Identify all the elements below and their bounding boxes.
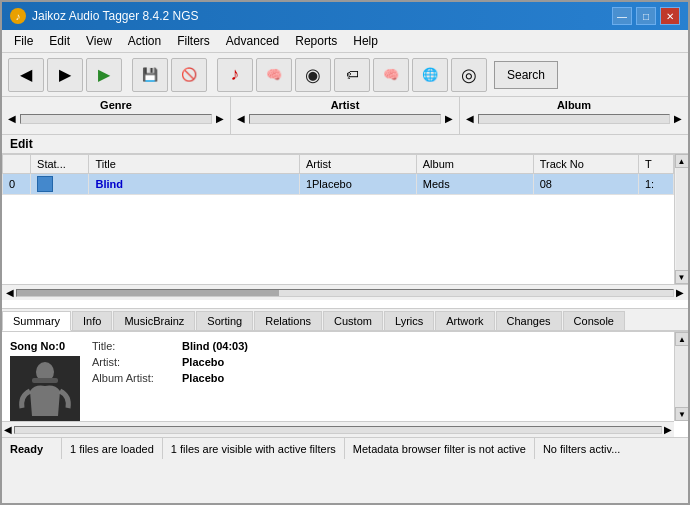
album-scroll-right[interactable]: ▶ xyxy=(672,113,684,124)
tab-console[interactable]: Console xyxy=(563,311,625,330)
album-filter: Album ◀ ▶ xyxy=(460,97,688,134)
brain2-button[interactable]: 🧠 xyxy=(373,58,409,92)
vscroll-up-btn[interactable]: ▲ xyxy=(675,154,689,168)
status-floppy-icon xyxy=(37,176,53,192)
status-msg1: 1 files are loaded xyxy=(62,438,163,459)
tab-content-hscrollbar: ◀ ▶ xyxy=(2,421,674,437)
tab-artwork[interactable]: Artwork xyxy=(435,311,494,330)
artist-scroll-left[interactable]: ◀ xyxy=(235,113,247,124)
tab-summary[interactable]: Summary xyxy=(2,311,71,331)
menu-action[interactable]: Action xyxy=(120,32,169,50)
col-artist[interactable]: Artist xyxy=(299,155,416,174)
menu-filters[interactable]: Filters xyxy=(169,32,218,50)
tab-hscroll-track[interactable] xyxy=(14,426,662,434)
artist-label: Artist: xyxy=(92,356,182,368)
tab-hscroll-right[interactable]: ▶ xyxy=(662,424,674,435)
cell-trackno: 08 xyxy=(533,174,638,195)
artist-scroll-right[interactable]: ▶ xyxy=(443,113,455,124)
tab-hscroll-left[interactable]: ◀ xyxy=(2,424,14,435)
tab-info[interactable]: Info xyxy=(72,311,112,330)
save-button[interactable]: 💾 xyxy=(132,58,168,92)
minimize-button[interactable]: — xyxy=(612,7,632,25)
status-bar: Ready 1 files are loaded 1 files are vis… xyxy=(2,437,688,459)
tab-content: Song No:0 xyxy=(2,332,688,437)
title-bar: ♪ Jaikoz Audio Tagger 8.4.2 NGS — □ ✕ xyxy=(2,2,688,30)
meta-albumartist-row: Album Artist: Placebo xyxy=(92,372,668,384)
tab-lyrics[interactable]: Lyrics xyxy=(384,311,434,330)
vscroll-track[interactable] xyxy=(676,168,688,270)
brain-button[interactable]: 🧠 xyxy=(256,58,292,92)
title-value: Blind (04:03) xyxy=(182,340,248,352)
cell-album: Meds xyxy=(416,174,533,195)
vscroll-down-btn[interactable]: ▼ xyxy=(675,270,689,284)
tab-vscroll-track[interactable] xyxy=(675,346,688,407)
col-title[interactable]: Title xyxy=(89,155,299,174)
col-extra[interactable]: T xyxy=(638,155,673,174)
tab-relations[interactable]: Relations xyxy=(254,311,322,330)
col-index[interactable] xyxy=(3,155,31,174)
tab-panel: Summary Info MusicBrainz Sorting Relatio… xyxy=(2,309,688,332)
artwork-svg xyxy=(10,356,80,431)
table-inner: Stat... Title Artist Album Track No T 0 xyxy=(2,154,674,284)
tab-changes[interactable]: Changes xyxy=(496,311,562,330)
back-button[interactable]: ◀ xyxy=(8,58,44,92)
col-trackno[interactable]: Track No xyxy=(533,155,638,174)
disc-button[interactable]: ◉ xyxy=(295,58,331,92)
col-status[interactable]: Stat... xyxy=(31,155,89,174)
album-label: Album xyxy=(557,99,591,111)
cell-status xyxy=(31,174,89,195)
cell-artist: 1Placebo xyxy=(299,174,416,195)
table-hscrollbar: ◀ ▶ xyxy=(2,284,688,300)
close-button[interactable]: ✕ xyxy=(660,7,680,25)
album-art-figure xyxy=(10,356,80,431)
col-album[interactable]: Album xyxy=(416,155,533,174)
table-row[interactable]: 0 Blind 1Placebo Meds 08 1: xyxy=(3,174,674,195)
track-table-area: Stat... Title Artist Album Track No T 0 xyxy=(2,154,688,309)
tab-sorting[interactable]: Sorting xyxy=(196,311,253,330)
tab-row: Summary Info MusicBrainz Sorting Relatio… xyxy=(2,309,688,331)
menu-reports[interactable]: Reports xyxy=(287,32,345,50)
tag-button[interactable]: 🏷 xyxy=(334,58,370,92)
tab-vscroll-down[interactable]: ▼ xyxy=(675,407,688,421)
genre-scroll-left[interactable]: ◀ xyxy=(6,113,18,124)
hscroll-left-btn[interactable]: ◀ xyxy=(4,287,16,298)
menu-file[interactable]: File xyxy=(6,32,41,50)
title-label: Title: xyxy=(92,340,182,352)
status-msg3: Metadata browser filter is not active xyxy=(345,438,535,459)
cell-extra: 1: xyxy=(638,174,673,195)
tab-custom[interactable]: Custom xyxy=(323,311,383,330)
album-artist-value: Placebo xyxy=(182,372,224,384)
genre-scroll-right[interactable]: ▶ xyxy=(214,113,226,124)
artist-scroll-track[interactable] xyxy=(249,114,441,124)
filter-bar: Genre ◀ ▶ Artist ◀ ▶ Album ◀ ▶ xyxy=(2,97,688,135)
cancel-button[interactable]: 🚫 xyxy=(171,58,207,92)
meta-artist-row: Artist: Placebo xyxy=(92,356,668,368)
genre-scroll-track[interactable] xyxy=(20,114,212,124)
app-icon: ♪ xyxy=(10,8,26,24)
forward-button[interactable]: ▶ xyxy=(47,58,83,92)
hscroll-thumb xyxy=(17,290,279,296)
menu-edit[interactable]: Edit xyxy=(41,32,78,50)
hscroll-track[interactable] xyxy=(16,289,674,297)
album-scroll-left[interactable]: ◀ xyxy=(464,113,476,124)
toolbar: ◀ ▶ ▶ 💾 🚫 ♪ 🧠 ◉ 🏷 🧠 🌐 ◎ Search xyxy=(2,53,688,97)
artist-value: Placebo xyxy=(182,356,224,368)
menu-advanced[interactable]: Advanced xyxy=(218,32,287,50)
hscroll-right-btn[interactable]: ▶ xyxy=(674,287,686,298)
globe-button[interactable]: 🌐 xyxy=(412,58,448,92)
maximize-button[interactable]: □ xyxy=(636,7,656,25)
search-button[interactable]: Search xyxy=(494,61,558,89)
music-button[interactable]: ♪ xyxy=(217,58,253,92)
cell-title: Blind xyxy=(89,174,299,195)
tab-vscroll-up[interactable]: ▲ xyxy=(675,332,688,346)
vinyl-button[interactable]: ◎ xyxy=(451,58,487,92)
genre-label: Genre xyxy=(100,99,132,111)
album-scroll-track[interactable] xyxy=(478,114,670,124)
meta-title-row: Title: Blind (04:03) xyxy=(92,340,668,352)
table-vscrollbar: ▲ ▼ xyxy=(674,154,688,284)
menu-help[interactable]: Help xyxy=(345,32,386,50)
play-button[interactable]: ▶ xyxy=(86,58,122,92)
song-info-left: Song No:0 xyxy=(10,340,80,431)
menu-view[interactable]: View xyxy=(78,32,120,50)
tab-musicbrainz[interactable]: MusicBrainz xyxy=(113,311,195,330)
